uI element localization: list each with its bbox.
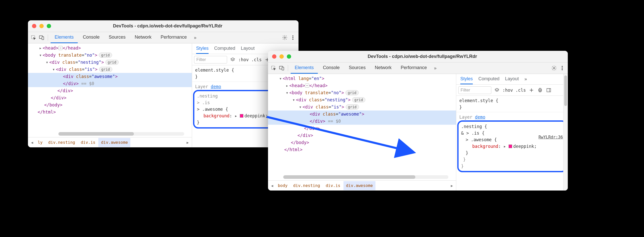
tab-sources[interactable]: Sources bbox=[105, 32, 130, 43]
crumb-awesome[interactable]: div.awesome bbox=[343, 181, 375, 190]
dom-node-body-close[interactable]: </body> bbox=[28, 101, 192, 108]
css-property[interactable]: background: ▸ deeppink; bbox=[461, 143, 563, 150]
close-icon[interactable] bbox=[272, 54, 276, 59]
dom-node-html-close[interactable]: </html> bbox=[268, 146, 456, 153]
crumb-nesting[interactable]: div.nesting bbox=[291, 181, 323, 190]
inspect-icon[interactable] bbox=[270, 65, 277, 72]
filter-input[interactable]: Filter bbox=[458, 86, 491, 94]
minimize-icon[interactable] bbox=[39, 24, 44, 28]
kebab-icon[interactable] bbox=[289, 34, 296, 41]
devtools-window-right: DevTools - cdpn.io/web-dot-dev/fullpage/… bbox=[268, 51, 568, 191]
device-icon[interactable] bbox=[278, 65, 285, 72]
close-icon[interactable] bbox=[32, 24, 36, 28]
crumb-nesting[interactable]: div.nesting bbox=[46, 138, 78, 147]
svg-rect-15 bbox=[539, 88, 541, 89]
gear-icon[interactable] bbox=[281, 34, 288, 41]
layers-icon[interactable] bbox=[494, 87, 500, 93]
minimize-icon[interactable] bbox=[279, 54, 284, 59]
dom-node-awesome-close[interactable]: </div> == $0 bbox=[28, 80, 192, 87]
dom-node-nesting-close[interactable]: </div> bbox=[268, 132, 456, 139]
hov-toggle[interactable]: :hov bbox=[502, 88, 513, 93]
source-link[interactable]: RwYLRdr:36 bbox=[539, 134, 563, 140]
tab-console[interactable]: Console bbox=[319, 62, 344, 74]
chevron-right-icon[interactable]: ▶ bbox=[185, 139, 190, 146]
tab-performance[interactable]: Performance bbox=[397, 62, 431, 74]
tab-network[interactable]: Network bbox=[371, 62, 396, 74]
tab-layout[interactable]: Layout bbox=[505, 74, 519, 84]
crumb-awesome[interactable]: div.awesome bbox=[98, 138, 130, 147]
dom-node-nesting[interactable]: ▾<div class="nesting">grid bbox=[268, 96, 456, 103]
inspect-icon[interactable] bbox=[30, 34, 37, 41]
dom-tree-panel[interactable]: ▾<html lang="en"> ▸<head>⋯</head> ▾<body… bbox=[268, 74, 456, 191]
divider bbox=[48, 35, 48, 41]
dom-node-html-close[interactable]: </html> bbox=[28, 108, 192, 116]
device-icon[interactable] bbox=[38, 34, 45, 41]
tab-sources[interactable]: Sources bbox=[345, 62, 370, 74]
tab-elements[interactable]: Elements bbox=[291, 62, 318, 74]
chevron-right-icon[interactable]: ▶ bbox=[449, 182, 454, 189]
svg-point-11 bbox=[562, 66, 563, 67]
dom-node-is[interactable]: ▾<div class="is">grid bbox=[28, 66, 192, 73]
tab-network[interactable]: Network bbox=[131, 32, 155, 43]
dom-tree-panel[interactable]: ▸<head>⋯</head> ▾<body translate="no">gr… bbox=[28, 43, 192, 147]
dom-node-body[interactable]: ▾<body translate="no">grid bbox=[268, 89, 456, 96]
tab-performance[interactable]: Performance bbox=[156, 32, 191, 43]
dom-node-nesting[interactable]: ▾<div class="nesting">grid bbox=[28, 59, 192, 66]
crumb-is[interactable]: div.is bbox=[323, 181, 343, 190]
highlighted-rule-right: RwYLRdr:36 .nesting { & > .is { > .aweso… bbox=[457, 120, 567, 172]
kebab-icon[interactable] bbox=[559, 65, 566, 72]
zoom-icon[interactable] bbox=[47, 24, 51, 28]
tabs-overflow-icon[interactable]: » bbox=[432, 66, 438, 71]
hov-toggle[interactable]: :hov bbox=[238, 57, 249, 62]
tab-elements[interactable]: Elements bbox=[51, 32, 78, 43]
dom-node-head[interactable]: ▸<head>⋯</head> bbox=[268, 82, 456, 89]
layers-icon[interactable] bbox=[230, 57, 236, 63]
rule-element-style[interactable]: element.style { } bbox=[456, 96, 568, 112]
divider bbox=[288, 65, 288, 71]
print-icon[interactable] bbox=[537, 87, 543, 93]
dom-node-is[interactable]: ▾<div class="is">grid bbox=[268, 103, 456, 110]
dom-node-awesome[interactable]: <div class="awesome"> bbox=[28, 73, 192, 80]
chevron-left-icon[interactable]: ◀ bbox=[270, 182, 275, 189]
dom-node-body[interactable]: ▾<body translate="no">grid bbox=[28, 52, 192, 59]
dom-node-body-close[interactable]: </body> bbox=[268, 139, 456, 146]
dom-node-is-close[interactable]: </div> bbox=[268, 125, 456, 132]
plus-icon[interactable] bbox=[528, 87, 535, 93]
cls-toggle[interactable]: .cls bbox=[251, 57, 262, 62]
crumb-truncated[interactable]: ly bbox=[35, 138, 45, 147]
titlebar: DevTools - cdpn.io/web-dot-dev/fullpage/… bbox=[268, 51, 568, 62]
horizontal-scrollbar[interactable] bbox=[58, 132, 184, 136]
dom-node-awesome[interactable]: <div class="awesome"> bbox=[268, 110, 456, 118]
vertical-scrollbar[interactable] bbox=[563, 74, 568, 191]
horizontal-scrollbar[interactable] bbox=[283, 175, 448, 179]
dom-node-html[interactable]: ▾<html lang="en"> bbox=[268, 75, 456, 82]
tabs-overflow-icon[interactable]: » bbox=[192, 35, 198, 40]
dom-node-is-close[interactable]: </div> bbox=[28, 87, 192, 94]
window-title: DevTools - cdpn.io/web-dot-dev/fullpage/… bbox=[56, 23, 294, 29]
chevron-left-icon[interactable]: ◀ bbox=[29, 139, 35, 146]
crumb-is[interactable]: div.is bbox=[78, 138, 98, 147]
tab-styles[interactable]: Styles bbox=[196, 44, 209, 54]
tab-computed[interactable]: Computed bbox=[214, 44, 235, 54]
tab-computed[interactable]: Computed bbox=[478, 74, 499, 84]
traffic-lights bbox=[272, 54, 291, 59]
zoom-icon[interactable] bbox=[287, 54, 291, 59]
gear-icon[interactable] bbox=[551, 65, 558, 72]
styles-body[interactable]: element.style { } Layer demo RwYLRdr:36 … bbox=[456, 96, 568, 191]
color-swatch-icon[interactable] bbox=[509, 145, 512, 148]
dom-node-awesome-close[interactable]: </div> == $0 bbox=[268, 118, 456, 125]
cls-toggle[interactable]: .cls bbox=[515, 88, 526, 93]
styles-tabs-overflow-icon[interactable]: » bbox=[524, 76, 527, 82]
crumb-body[interactable]: body bbox=[275, 181, 290, 190]
svg-point-4 bbox=[292, 36, 293, 37]
tab-layout[interactable]: Layout bbox=[241, 44, 255, 54]
traffic-lights bbox=[32, 24, 51, 28]
tab-styles[interactable]: Styles bbox=[460, 74, 473, 84]
dom-node-head[interactable]: ▸<head>⋯</head> bbox=[28, 44, 192, 52]
color-swatch-icon[interactable] bbox=[240, 114, 243, 118]
tab-console[interactable]: Console bbox=[79, 32, 104, 43]
dom-node-nesting-close[interactable]: </div> bbox=[28, 94, 192, 101]
svg-rect-17 bbox=[547, 88, 551, 92]
panel-icon[interactable] bbox=[546, 87, 552, 93]
filter-input[interactable]: Filter bbox=[194, 56, 227, 64]
